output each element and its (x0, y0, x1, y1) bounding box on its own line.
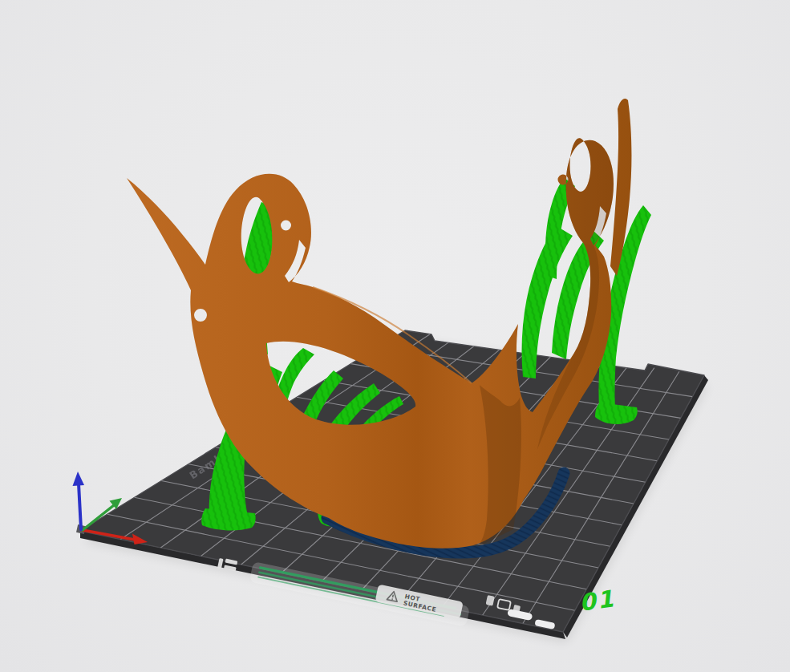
plate-number[interactable]: 01 (577, 585, 617, 617)
slicer-3d-viewport[interactable]: Bambu Lab HOT SURFACE (0, 0, 790, 672)
axis-z-arrow (79, 484, 81, 529)
